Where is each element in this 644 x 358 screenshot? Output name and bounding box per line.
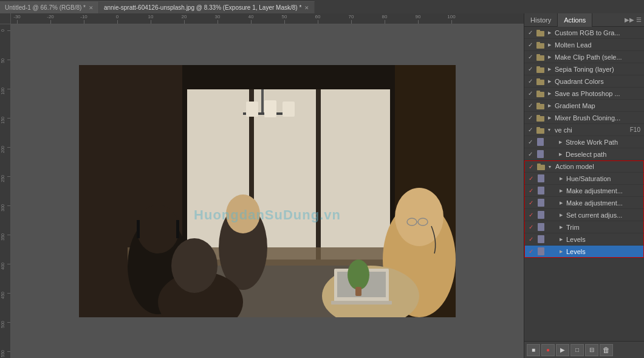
arrow-col-12[interactable]: ▼ — [546, 165, 554, 169]
arrow-col-16[interactable]: ▶ — [557, 213, 565, 218]
check-col-9[interactable]: ✓ — [526, 126, 535, 133]
toolbar-new-action-btn[interactable]: ⊟ — [585, 344, 598, 356]
svg-rect-37 — [536, 43, 544, 49]
action-item-13[interactable]: ✓▶Hue/Saturation — [524, 173, 644, 185]
action-item-5[interactable]: ✓▶Quadrant Colors — [524, 75, 644, 88]
actions-list[interactable]: ✓▶Custom RGB to Gra...✓▶Molten Lead✓▶Mak… — [524, 27, 644, 341]
type-icon-3 — [535, 53, 545, 61]
action-item-2[interactable]: ✓▶Molten Lead — [524, 39, 644, 51]
action-label-5: Quadrant Colors — [553, 78, 643, 85]
check-col-3[interactable]: ✓ — [526, 53, 535, 60]
check-col-17[interactable]: ✓ — [526, 224, 536, 230]
tab-history[interactable]: History — [524, 13, 558, 27]
toolbar-delete-btn[interactable]: 🗑 — [600, 344, 613, 356]
arrow-col-19[interactable]: ▶ — [557, 249, 565, 254]
check-col-10[interactable]: ✓ — [526, 139, 535, 145]
check-col-16[interactable]: ✓ — [526, 212, 536, 218]
action-label-16: Set current adjus... — [565, 212, 642, 219]
arrow-col-3[interactable]: ▶ — [545, 55, 553, 60]
arrow-col-4[interactable]: ▶ — [545, 67, 553, 72]
arrow-col-2[interactable]: ▶ — [545, 43, 553, 47]
arrow-col-15[interactable]: ▶ — [557, 201, 565, 205]
action-label-9: ve chi — [553, 126, 630, 134]
panel-menu-icon[interactable]: ☰ — [636, 16, 642, 23]
panel-arrow-icon[interactable]: ▶▶ — [625, 16, 634, 23]
svg-rect-61 — [538, 235, 544, 243]
svg-rect-18 — [176, 220, 179, 238]
toolbar-record-btn[interactable]: ● — [541, 344, 555, 356]
check-col-18[interactable]: ✓ — [526, 236, 536, 243]
check-col-1[interactable]: ✓ — [526, 29, 535, 36]
svg-rect-51 — [536, 128, 544, 134]
action-item-10[interactable]: ✓▶Stroke Work Path — [524, 136, 644, 148]
check-col-5[interactable]: ✓ — [526, 78, 535, 84]
type-icon-7 — [535, 102, 545, 109]
arrow-col-18[interactable]: ▶ — [557, 237, 565, 242]
arrow-col-13[interactable]: ▶ — [557, 176, 565, 181]
action-item-3[interactable]: ✓▶Make Clip Path (sele... — [524, 51, 644, 63]
action-item-9[interactable]: ✓▼ve chiF10 — [524, 124, 644, 136]
svg-rect-41 — [536, 67, 544, 73]
toolbar-play-btn[interactable]: ▶ — [556, 344, 569, 356]
arrow-col-11[interactable]: ▶ — [556, 152, 564, 157]
check-col-7[interactable]: ✓ — [526, 102, 535, 109]
type-icon-8 — [535, 114, 545, 122]
action-item-16[interactable]: ✓▶Set current adjus... — [524, 209, 644, 221]
main-area: -30-20-100102030405060708090100 05010015… — [0, 13, 644, 358]
svg-rect-59 — [538, 211, 544, 219]
check-col-11[interactable]: ✓ — [526, 151, 535, 157]
canvas-viewport[interactable]: HuongdanSuDung.vn — [11, 24, 524, 358]
tab-actions[interactable]: Actions — [558, 13, 592, 27]
action-label-11: Deselect path — [564, 151, 643, 158]
action-item-17[interactable]: ✓▶Trim — [524, 221, 644, 233]
toolbar-new-set-btn[interactable]: □ — [570, 344, 584, 356]
check-col-15[interactable]: ✓ — [526, 199, 536, 206]
action-item-12[interactable]: ✓▼Action model — [524, 160, 644, 173]
arrow-col-8[interactable]: ▶ — [545, 115, 553, 120]
check-col-2[interactable]: ✓ — [526, 41, 535, 48]
type-icon-5 — [535, 77, 545, 85]
arrow-col-5[interactable]: ▶ — [545, 79, 553, 84]
tab-annie-close[interactable]: ✕ — [304, 5, 309, 11]
action-item-19[interactable]: ✓▶Levels — [524, 246, 644, 258]
arrow-col-9[interactable]: ▼ — [545, 128, 553, 132]
svg-rect-39 — [536, 55, 544, 61]
action-item-18[interactable]: ✓▶Levels — [524, 233, 644, 246]
action-label-6: Save as Photoshop ... — [553, 90, 643, 97]
type-icon-14 — [536, 187, 546, 195]
arrow-col-6[interactable]: ▶ — [545, 91, 553, 96]
action-item-6[interactable]: ✓▶Save as Photoshop ... — [524, 88, 644, 100]
action-item-8[interactable]: ✓▶Mixer Brush Cloning... — [524, 112, 644, 124]
arrow-col-1[interactable]: ▶ — [545, 30, 553, 35]
check-col-6[interactable]: ✓ — [526, 90, 535, 97]
photo-svg — [79, 65, 456, 317]
action-item-11[interactable]: ✓▶Deselect path — [524, 148, 644, 160]
svg-rect-52 — [537, 138, 544, 146]
arrow-col-7[interactable]: ▶ — [545, 103, 553, 108]
action-label-14: Make adjustment... — [565, 187, 642, 194]
tab-untitled[interactable]: Untitled-1 @ 66.7% (RGB/8) * ✕ — [0, 1, 99, 13]
tab-annie[interactable]: annie-spratt-604126-unsplash.jpg @ 8.33%… — [99, 1, 315, 13]
tab-untitled-close[interactable]: ✕ — [89, 5, 94, 11]
toolbar-stop-btn[interactable]: ■ — [527, 344, 540, 356]
check-col-14[interactable]: ✓ — [526, 187, 536, 194]
check-col-12[interactable]: ✓ — [526, 164, 536, 170]
action-item-14[interactable]: ✓▶Make adjustment... — [524, 185, 644, 197]
action-label-19: Levels — [565, 248, 642, 255]
type-icon-17 — [536, 223, 546, 232]
svg-rect-55 — [537, 165, 545, 170]
svg-rect-12 — [264, 100, 276, 117]
arrow-col-14[interactable]: ▶ — [557, 188, 565, 193]
arrow-col-17[interactable]: ▶ — [557, 225, 565, 230]
type-icon-11 — [535, 150, 545, 159]
action-item-7[interactable]: ✓▶Gradient Map — [524, 100, 644, 112]
check-col-4[interactable]: ✓ — [526, 66, 535, 72]
action-item-4[interactable]: ✓▶Sepia Toning (layer) — [524, 63, 644, 75]
action-item-15[interactable]: ✓▶Make adjustment... — [524, 197, 644, 209]
tab-annie-label: annie-spratt-604126-unsplash.jpg @ 8.33%… — [104, 4, 301, 11]
check-col-13[interactable]: ✓ — [526, 175, 536, 182]
check-col-8[interactable]: ✓ — [526, 114, 535, 121]
check-col-19[interactable]: ✓ — [526, 248, 536, 255]
action-item-1[interactable]: ✓▶Custom RGB to Gra... — [524, 27, 644, 39]
arrow-col-10[interactable]: ▶ — [556, 140, 564, 145]
